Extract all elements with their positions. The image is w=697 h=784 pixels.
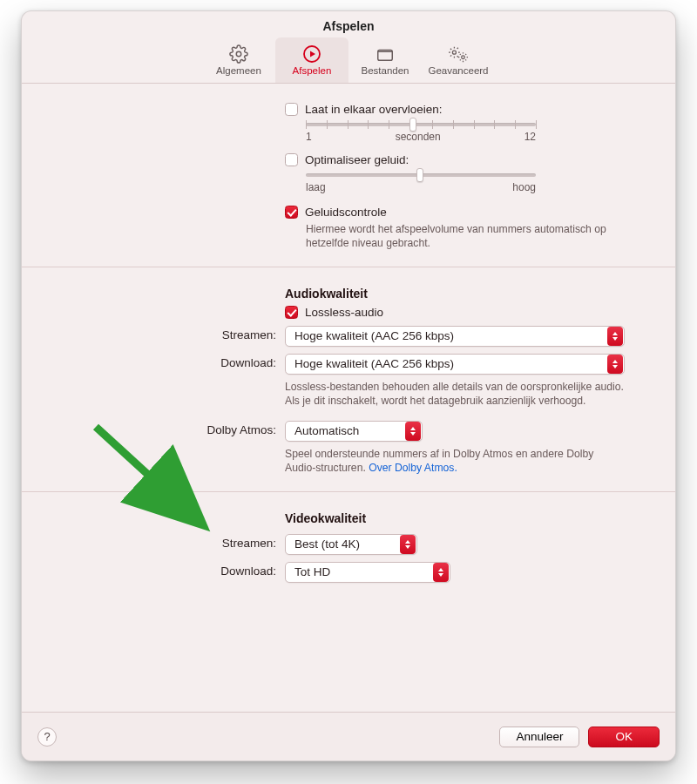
svg-point-0: [236, 51, 241, 57]
select-value: Hoge kwaliteit (AAC 256 kbps): [294, 357, 600, 370]
select-value: Tot HD: [294, 565, 426, 578]
sound-enhancer-slider[interactable]: [306, 173, 536, 177]
audio-quality-heading: Audiokwaliteit: [285, 287, 640, 301]
window-title: Afspelen: [22, 11, 675, 33]
ok-button[interactable]: OK: [588, 727, 660, 747]
section-audio-quality: Audiokwaliteit Lossless-audio Streamen: …: [22, 267, 675, 492]
updown-icon: [405, 422, 421, 441]
sound-enhancer-checkbox[interactable]: [285, 153, 298, 166]
video-quality-heading: Videokwaliteit: [285, 511, 640, 525]
slider-max: 12: [524, 131, 536, 143]
svg-point-3: [452, 51, 456, 54]
crossfade-checkbox[interactable]: [285, 103, 298, 116]
help-button[interactable]: ?: [37, 727, 57, 747]
updown-icon: [607, 327, 623, 346]
footer-bar: ? Annuleer OK: [22, 712, 675, 760]
sound-check-label: Geluidscontrole: [305, 206, 387, 219]
slider-low: laag: [306, 181, 326, 193]
tab-playback[interactable]: Afspelen: [275, 37, 348, 83]
folder-icon: [375, 43, 396, 65]
video-stream-label: Streamen:: [57, 534, 285, 550]
content-area: Laat in elkaar overvloeien: 1 seconden 1…: [22, 84, 675, 598]
updown-icon: [433, 563, 449, 582]
about-dolby-link[interactable]: Over Dolby Atmos.: [369, 462, 457, 474]
crossfade-label: Laat in elkaar overvloeien:: [305, 103, 443, 116]
crossfade-slider[interactable]: [306, 123, 536, 126]
gears-icon: [447, 43, 470, 65]
audio-download-label: Download:: [57, 354, 285, 369]
video-download-label: Download:: [57, 562, 285, 578]
cancel-button[interactable]: Annuleer: [499, 727, 579, 747]
tab-label: Afspelen: [293, 65, 332, 76]
tab-advanced[interactable]: Geavanceerd: [422, 37, 495, 83]
dolby-atmos-select[interactable]: Automatisch: [285, 421, 423, 442]
updown-icon: [400, 535, 416, 554]
play-circle-icon: [301, 43, 322, 65]
select-value: Automatisch: [294, 424, 398, 437]
video-stream-select[interactable]: Best (tot 4K): [285, 534, 417, 555]
tab-label: Algemeen: [216, 65, 261, 76]
preferences-window: Afspelen Algemeen Afspelen Bestanden Gea…: [21, 10, 676, 761]
updown-icon: [607, 355, 623, 374]
slider-unit: seconden: [312, 131, 524, 143]
tab-bar: Algemeen Afspelen Bestanden Geavanceerd: [22, 37, 675, 84]
dolby-atmos-desc: Speel ondersteunde nummers af in Dolby A…: [285, 447, 599, 476]
select-value: Best (tot 4K): [294, 537, 393, 551]
section-video-quality: Videokwaliteit Streamen: Best (tot 4K) D…: [22, 492, 675, 598]
slider-high: hoog: [512, 181, 536, 193]
audio-stream-label: Streamen:: [57, 326, 285, 341]
svg-point-4: [462, 56, 465, 59]
sound-check-desc: Hiermee wordt het afspeelvolume van numm…: [306, 222, 640, 251]
tab-label: Bestanden: [362, 65, 409, 76]
lossless-label: Lossless-audio: [305, 306, 383, 319]
gear-icon: [229, 43, 248, 65]
audio-stream-select[interactable]: Hoge kwaliteit (AAC 256 kbps): [285, 326, 625, 347]
section-playback-options: Laat in elkaar overvloeien: 1 seconden 1…: [22, 84, 675, 267]
lossless-desc: Lossless-bestanden behouden alle details…: [285, 380, 633, 409]
slider-min: 1: [306, 131, 312, 143]
sound-enhancer-label: Optimaliseer geluid:: [305, 153, 409, 166]
tab-label: Geavanceerd: [428, 65, 488, 76]
tab-files[interactable]: Bestanden: [348, 37, 422, 83]
select-value: Hoge kwaliteit (AAC 256 kbps): [294, 329, 600, 342]
audio-download-select[interactable]: Hoge kwaliteit (AAC 256 kbps): [285, 354, 625, 375]
tab-general[interactable]: Algemeen: [202, 37, 275, 83]
lossless-checkbox[interactable]: [285, 306, 298, 319]
dolby-atmos-label: Dolby Atmos:: [57, 421, 285, 436]
video-download-select[interactable]: Tot HD: [285, 562, 450, 583]
sound-check-checkbox[interactable]: [285, 206, 298, 219]
